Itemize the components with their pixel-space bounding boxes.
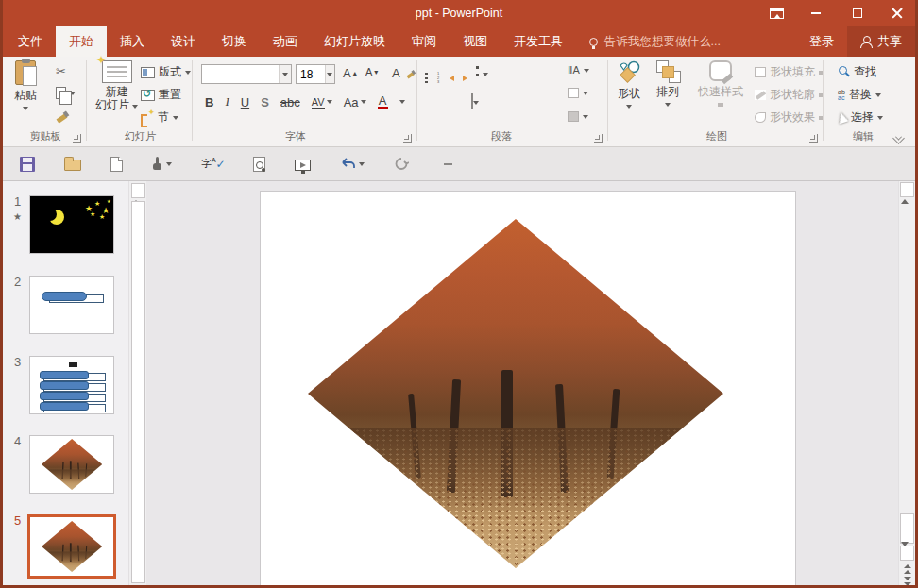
tab-insert[interactable]: 插入 — [107, 26, 158, 57]
font-size-combo[interactable] — [296, 64, 335, 84]
convert-smartart-button[interactable] — [568, 111, 588, 122]
close-button[interactable] — [881, 0, 913, 26]
next-slide-button[interactable] — [900, 575, 914, 587]
shape-effects-button[interactable]: 形状效果 — [755, 109, 824, 126]
dropdown-caret — [173, 116, 178, 120]
tab-developer[interactable]: 开发工具 — [501, 26, 576, 57]
shapes-button[interactable]: 形状 — [617, 60, 641, 109]
diamond-autumn-picture[interactable] — [308, 219, 723, 568]
redo-button[interactable] — [394, 157, 409, 171]
tell-me-box[interactable]: 告诉我您想要做什么... — [589, 26, 721, 57]
italic-button[interactable]: I — [225, 94, 229, 109]
section-button[interactable]: 节 — [141, 109, 178, 126]
arrange-button[interactable]: 排列 — [656, 60, 679, 107]
spelling-button[interactable]: 字A — [201, 157, 224, 171]
character-spacing-button[interactable]: AV — [312, 96, 332, 109]
slide-1-thumbnail[interactable]: ★ ★ ★ ★ ★ ★ — [29, 195, 114, 254]
tab-slideshow[interactable]: 幻灯片放映 — [311, 26, 399, 57]
replace-icon: abac — [838, 90, 845, 101]
start-slideshow-button[interactable] — [295, 158, 311, 171]
select-icon — [837, 111, 849, 125]
font-color-button[interactable]: A — [378, 94, 388, 109]
format-painter-button[interactable] — [56, 109, 69, 123]
layout-button[interactable]: 版式 — [141, 64, 191, 80]
dropdown-caret — [327, 73, 332, 76]
slide-2-thumbnail[interactable] — [29, 276, 114, 334]
save-button[interactable] — [20, 157, 35, 172]
select-button[interactable]: 选择 — [838, 109, 883, 126]
customize-qat-button[interactable] — [438, 163, 452, 165]
slide-3-thumbnail[interactable] — [29, 356, 114, 414]
copy-button[interactable] — [56, 87, 76, 99]
new-document-button[interactable] — [110, 157, 123, 172]
font-name-combo[interactable] — [201, 64, 292, 84]
tab-review[interactable]: 审阅 — [399, 26, 450, 57]
paragraph-dialog-launcher[interactable] — [594, 134, 603, 143]
decrease-font-button[interactable]: A — [366, 66, 378, 77]
font-name-input[interactable] — [202, 65, 279, 83]
ribbon-display-options-icon — [770, 8, 784, 19]
strikethrough-button[interactable]: abc — [280, 95, 300, 109]
increase-font-button[interactable]: A — [343, 66, 357, 80]
maximize-button[interactable] — [842, 0, 874, 26]
slide-canvas[interactable] — [260, 191, 796, 588]
quick-access-toolbar: 字A — [3, 147, 915, 181]
tab-design[interactable]: 设计 — [158, 26, 209, 57]
format-painter-icon — [56, 109, 69, 123]
drawing-dialog-launcher[interactable] — [809, 134, 818, 143]
font-dialog-launcher[interactable] — [403, 134, 412, 143]
print-preview-button[interactable] — [253, 157, 265, 172]
undo-button[interactable] — [340, 157, 365, 171]
sign-in-button[interactable]: 登录 — [796, 26, 847, 57]
minimize-button[interactable] — [800, 0, 832, 26]
slide-5-thumbnail-selected[interactable] — [27, 514, 116, 579]
ribbon-display-options-button[interactable] — [760, 0, 792, 26]
text-direction-button[interactable]: ⅡA — [568, 64, 589, 76]
print-preview-icon — [253, 157, 265, 172]
quick-styles-button[interactable]: 快速样式 — [698, 60, 743, 107]
cut-button[interactable]: ✂ — [56, 64, 66, 78]
font-size-input[interactable] — [297, 65, 325, 83]
bold-button[interactable]: B — [205, 95, 213, 109]
replace-button[interactable]: abac替换 — [838, 87, 881, 103]
columns-button[interactable] — [471, 94, 479, 108]
change-case-button[interactable]: Aa — [344, 95, 366, 109]
tab-file[interactable]: 文件 — [5, 26, 56, 57]
shape-fill-icon — [755, 67, 766, 77]
thumb-scroll-thumb[interactable] — [131, 201, 145, 583]
shape-outline-button[interactable]: 形状轮廓 — [755, 87, 824, 103]
paste-button[interactable]: 粘贴 — [14, 60, 37, 110]
scrollbar-thumb[interactable] — [900, 513, 914, 544]
maximize-icon — [853, 8, 862, 18]
clear-formatting-button[interactable]: A — [392, 66, 417, 80]
scroll-up-button[interactable] — [900, 182, 914, 197]
open-button[interactable] — [64, 157, 81, 171]
touch-mouse-mode-button[interactable] — [152, 157, 172, 171]
new-slide-button[interactable]: 新建 幻灯片 — [95, 60, 138, 112]
ribbon: 粘贴 ✂ 剪贴板 新建 幻灯片 版式 重置 节 幻灯片 — [3, 57, 915, 147]
line-spacing-button[interactable] — [483, 66, 488, 79]
reset-icon — [141, 90, 155, 101]
dropdown-caret — [23, 107, 28, 110]
shapes-icon — [617, 60, 641, 83]
font-size-dropdown[interactable] — [325, 65, 334, 83]
share-button[interactable]: 共享 — [847, 26, 915, 57]
shape-effects-label: 形状效果 — [770, 109, 815, 126]
editing-group-label: 编辑 — [830, 129, 896, 143]
scroll-down-button[interactable] — [900, 546, 914, 561]
find-icon — [838, 66, 850, 78]
slide-4-thumbnail[interactable] — [29, 435, 114, 494]
shape-fill-button[interactable]: 形状填充 — [755, 64, 824, 80]
reset-button[interactable]: 重置 — [141, 87, 181, 103]
tab-transitions[interactable]: 切换 — [209, 26, 260, 57]
underline-button[interactable]: U — [241, 95, 249, 109]
align-text-button[interactable] — [568, 88, 588, 98]
previous-slide-button[interactable] — [900, 563, 914, 575]
tab-view[interactable]: 视图 — [450, 26, 501, 57]
thumb-scroll-up-button[interactable] — [131, 183, 145, 198]
find-button[interactable]: 查找 — [838, 64, 876, 80]
text-shadow-button[interactable]: S — [261, 95, 269, 109]
clipboard-dialog-launcher[interactable] — [73, 134, 81, 143]
font-name-dropdown[interactable] — [279, 65, 291, 83]
tab-animations[interactable]: 动画 — [260, 26, 311, 57]
